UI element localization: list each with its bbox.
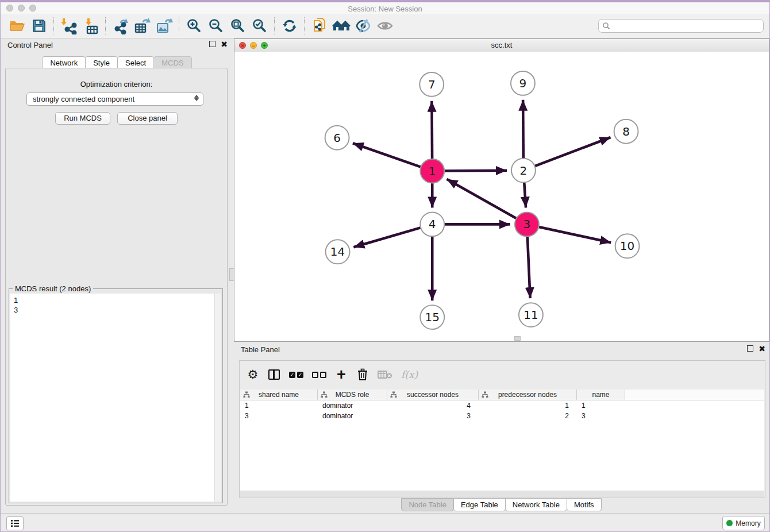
tab-mcds[interactable]: MCDS bbox=[153, 56, 191, 68]
graph-node-label-15: 15 bbox=[425, 310, 440, 324]
tab-network[interactable]: Network bbox=[42, 56, 86, 68]
column-header-predecessor-nodes[interactable]: predecessor nodes bbox=[479, 390, 577, 400]
close-panel-icon[interactable]: ✖ bbox=[221, 41, 228, 47]
float-panel-icon[interactable] bbox=[209, 41, 215, 47]
close-table-panel-icon[interactable]: ✖ bbox=[759, 346, 765, 352]
add-column-icon[interactable]: + bbox=[335, 368, 348, 381]
table-toolbar: ⚙ ✓✓ + bbox=[247, 365, 418, 384]
control-panel-title: Control Panel bbox=[7, 41, 53, 49]
mcds-result-text[interactable]: 13 bbox=[10, 294, 215, 502]
result-line: 1 bbox=[14, 295, 211, 305]
optimization-criterion-label: Optimization criterion: bbox=[6, 80, 227, 88]
graph-svg: 7968124314101511 bbox=[234, 52, 769, 341]
column-header-filler bbox=[625, 390, 764, 400]
zoom-out-icon[interactable] bbox=[205, 16, 227, 36]
graph-node-label-10: 10 bbox=[620, 239, 634, 253]
import-network-icon[interactable] bbox=[58, 16, 80, 36]
criterion-value: strongly connected component bbox=[33, 95, 134, 103]
tab-node-table[interactable]: Node Table bbox=[401, 498, 454, 511]
zoom-selected-icon[interactable] bbox=[249, 16, 271, 36]
table-cell[interactable]: 3 bbox=[387, 411, 479, 421]
export-image-icon[interactable] bbox=[153, 16, 175, 36]
control-panel-tabs: NetworkStyleSelectMCDS bbox=[5, 56, 228, 68]
column-header-MCDS-role[interactable]: MCDS role bbox=[318, 390, 387, 400]
table-row[interactable]: 1dominator411 bbox=[240, 400, 764, 411]
tab-motifs[interactable]: Motifs bbox=[567, 498, 602, 511]
edge-2-8[interactable] bbox=[523, 137, 611, 171]
houses-icon[interactable] bbox=[330, 16, 352, 36]
table-cell[interactable]: 4 bbox=[387, 400, 479, 411]
float-table-panel-icon[interactable] bbox=[747, 345, 753, 352]
toolbar-separator bbox=[105, 17, 106, 34]
eye-icon bbox=[374, 16, 396, 36]
tab-select[interactable]: Select bbox=[117, 56, 154, 68]
search-box[interactable] bbox=[598, 19, 764, 33]
tab-network-table[interactable]: Network Table bbox=[505, 498, 567, 511]
edge-1-6[interactable] bbox=[353, 143, 432, 171]
delete-column-icon[interactable] bbox=[356, 368, 369, 381]
table-cell[interactable]: 3 bbox=[577, 411, 625, 421]
table-cell[interactable]: 1 bbox=[577, 400, 625, 411]
network-canvas[interactable]: 7968124314101511 bbox=[234, 52, 769, 341]
result-line: 3 bbox=[14, 305, 211, 315]
search-input[interactable] bbox=[610, 21, 763, 30]
save-session-icon[interactable] bbox=[28, 16, 50, 36]
toolbar-separator bbox=[179, 17, 180, 34]
zoom-fit-icon[interactable] bbox=[227, 16, 249, 36]
main-toolbar bbox=[1, 14, 769, 38]
deselect-all-icon[interactable] bbox=[312, 368, 326, 381]
task-history-button[interactable] bbox=[6, 516, 24, 530]
table-row[interactable]: 3dominator323 bbox=[240, 411, 764, 421]
status-bar: Memory bbox=[1, 513, 769, 532]
table-cell[interactable]: 2 bbox=[479, 411, 577, 421]
table-cell[interactable]: 1 bbox=[240, 400, 318, 411]
mcds-result-group: MCDS result (2 nodes) 13 bbox=[9, 288, 223, 503]
import-table-icon[interactable] bbox=[80, 16, 102, 36]
export-table-icon[interactable] bbox=[132, 16, 153, 36]
table-cell[interactable]: 1 bbox=[479, 400, 577, 411]
graphics-details-icon[interactable] bbox=[352, 16, 374, 36]
columns-icon[interactable] bbox=[268, 368, 280, 381]
gear-icon[interactable]: ⚙ bbox=[247, 368, 259, 381]
memory-button[interactable]: Memory bbox=[722, 516, 765, 530]
search-icon bbox=[602, 22, 610, 30]
open-session-icon[interactable] bbox=[6, 16, 28, 36]
graph-node-label-2: 2 bbox=[520, 164, 528, 178]
horizontal-splitter-handle[interactable] bbox=[514, 336, 521, 341]
select-all-icon[interactable]: ✓✓ bbox=[289, 368, 303, 381]
zoom-in-icon[interactable] bbox=[183, 16, 205, 36]
run-mcds-button[interactable]: Run MCDS bbox=[55, 112, 110, 125]
graph-node-label-9: 9 bbox=[519, 76, 527, 90]
column-header-successor-nodes[interactable]: successor nodes bbox=[387, 390, 479, 400]
application-window: Session: New Session bbox=[0, 0, 770, 532]
export-network-icon[interactable] bbox=[110, 16, 132, 36]
column-header-name[interactable]: name bbox=[577, 390, 625, 400]
graph-node-label-7: 7 bbox=[428, 78, 436, 91]
refresh-layout-icon[interactable] bbox=[279, 16, 301, 36]
close-panel-button[interactable]: Close panel bbox=[117, 112, 178, 125]
node-table: shared nameMCDS rolesuccessor nodesprede… bbox=[240, 390, 764, 491]
tab-edge-table[interactable]: Edge Table bbox=[453, 498, 506, 511]
graph-node-label-1: 1 bbox=[429, 164, 436, 178]
duplicate-network-icon[interactable] bbox=[309, 16, 330, 36]
table-cell[interactable]: dominator bbox=[318, 411, 387, 421]
window-title: Session: New Session bbox=[1, 4, 769, 14]
table-cell[interactable]: 3 bbox=[240, 411, 318, 421]
table-cell-filler bbox=[625, 400, 764, 411]
edge-3-1[interactable] bbox=[446, 179, 526, 225]
criterion-select[interactable]: strongly connected component bbox=[26, 92, 203, 106]
toolbar-separator bbox=[304, 17, 305, 34]
function-builder-icon: f(x) bbox=[401, 368, 418, 381]
select-stepper-icon bbox=[194, 95, 199, 101]
table-cell[interactable]: dominator bbox=[318, 400, 387, 411]
memory-status-icon bbox=[726, 520, 733, 526]
network-window-titlebar[interactable]: ✕ − + scc.txt bbox=[234, 39, 769, 52]
result-scrollbar[interactable] bbox=[214, 294, 221, 502]
tab-style[interactable]: Style bbox=[85, 56, 118, 68]
toolbar-separator bbox=[53, 17, 55, 34]
column-header-shared-name[interactable]: shared name bbox=[240, 390, 318, 400]
toolbar-separator bbox=[274, 17, 275, 34]
table-hscrollbar[interactable] bbox=[240, 491, 764, 497]
edge-3-10[interactable] bbox=[527, 224, 611, 242]
mcds-result-title: MCDS result (2 nodes) bbox=[13, 284, 93, 293]
